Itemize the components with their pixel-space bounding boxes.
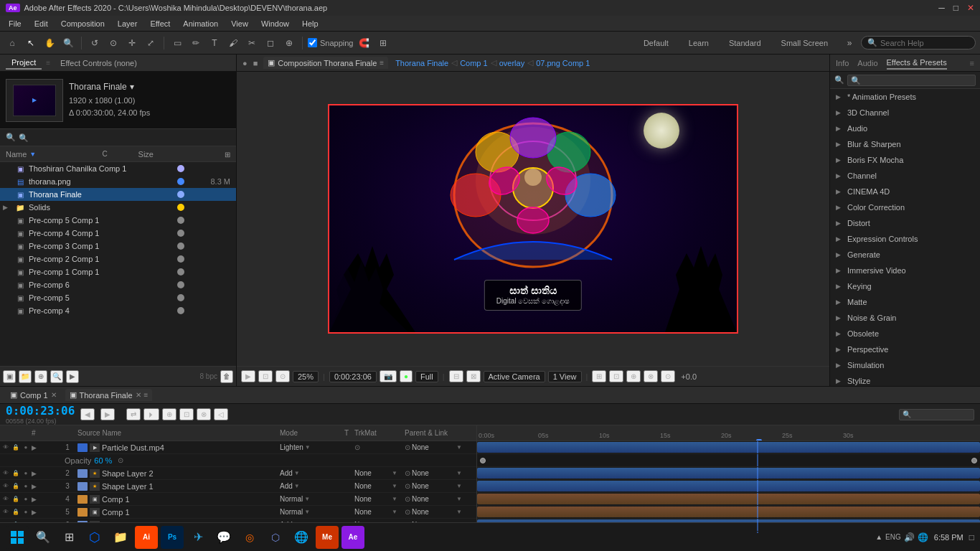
layer-3-mode-arrow[interactable]: ▼ <box>294 483 300 489</box>
menu-file[interactable]: File <box>3 18 27 29</box>
menu-layer[interactable]: Layer <box>112 18 143 29</box>
taskbar-edge[interactable]: ⬡ <box>83 526 106 549</box>
effects-group-simulation[interactable]: ▶ Simulation <box>830 357 980 373</box>
layer-3-parent-val[interactable]: None <box>412 482 455 490</box>
menu-window[interactable]: Window <box>255 18 295 29</box>
project-item-precomp6[interactable]: ▣ Pre-comp 6 <box>0 278 236 291</box>
comp-ruler-btn[interactable]: ⊡ <box>609 370 623 382</box>
taskbar-telegram[interactable]: ✈ <box>187 526 209 549</box>
effects-group-immersive[interactable]: ▶ Immersive Video <box>830 263 980 278</box>
anchor-tool[interactable]: ✛ <box>124 35 140 51</box>
opacity-value[interactable]: 60 % <box>94 456 112 465</box>
home-tool[interactable]: ⌂ <box>4 35 20 51</box>
tl-next-frame[interactable]: ▶ <box>100 408 115 420</box>
tab-effect-controls[interactable]: Effect Controls (none) <box>55 57 143 69</box>
layer-5-parent-val[interactable]: None <box>412 508 455 516</box>
menu-composition[interactable]: Composition <box>55 18 110 29</box>
timeline-search-input[interactable] <box>913 410 971 419</box>
taskbar-app5[interactable]: ◎ <box>238 526 261 549</box>
close-button[interactable]: ✕ <box>967 3 974 13</box>
comp-views-select[interactable]: 1 View <box>548 371 582 382</box>
layer-row-2[interactable]: 👁 🔒 ● ▶ 2 ★ Shape Layer 2 Add ▼ <box>0 467 476 480</box>
taskbar-chrome[interactable]: 🌐 <box>290 526 313 549</box>
layer-expand[interactable]: ▶ <box>32 470 37 477</box>
effects-group-colorcorrection[interactable]: ▶ Color Correction <box>830 199 980 215</box>
effects-group-noise[interactable]: ▶ Noise & Grain <box>830 310 980 326</box>
comp-grid-btn[interactable]: ⊞ <box>592 370 606 382</box>
rect-tool[interactable]: ▭ <box>169 35 185 51</box>
layer-2-mode-val[interactable]: Add <box>280 469 293 477</box>
taskbar-app1[interactable]: Ai <box>135 526 158 549</box>
project-item-thorana-finale[interactable]: ▣ Thorana Finale <box>0 188 236 201</box>
layer-5-mode-arrow[interactable]: ▼ <box>304 509 310 515</box>
snapping-checkbox[interactable] <box>308 38 317 47</box>
tl-tool6[interactable]: ◁ <box>214 408 228 420</box>
project-item-thoshiran[interactable]: ▣ Thoshiran Chanilka Comp 1 <box>0 162 236 175</box>
tl-tool4[interactable]: ⊡ <box>179 408 194 420</box>
taskbar-taskview[interactable]: ⊞ <box>57 526 80 549</box>
effects-group-keying[interactable]: ▶ Keying <box>830 278 980 294</box>
effects-group-3dchannel[interactable]: ▶ 3D Channel <box>830 105 980 121</box>
comp-render-btn[interactable]: ⊙ <box>661 370 675 382</box>
tl-tool1[interactable]: ⇄ <box>126 408 141 420</box>
layer-lock-btn[interactable]: 🔒 <box>11 469 20 478</box>
layer-solo-btn[interactable]: ● <box>22 495 30 504</box>
layer-eye-btn[interactable]: 👁 <box>1 482 10 491</box>
timeline-tab-comp1[interactable]: ▣ Comp 1 ✕ <box>6 389 61 401</box>
effects-group-matte[interactable]: ▶ Matte <box>830 294 980 310</box>
effects-group-perspective[interactable]: ▶ Perspective <box>830 342 980 357</box>
taskbar-notification[interactable]: □ <box>969 532 974 542</box>
tl-tool5[interactable]: ⊗ <box>197 408 211 420</box>
magnet-tool[interactable]: 🧲 <box>357 35 372 51</box>
layer-4-mode-arrow[interactable]: ▼ <box>304 496 310 502</box>
breadcrumb-07png[interactable]: 07.png Comp 1 <box>536 59 590 67</box>
preview-play-btn[interactable]: ▶ <box>241 370 255 382</box>
layer-2-trik-val[interactable]: None <box>354 469 390 477</box>
effects-group-audio[interactable]: ▶ Audio <box>830 121 980 136</box>
breadcrumb-thorana-finale[interactable]: Thorana Finale <box>395 59 448 67</box>
effects-group-expression[interactable]: ▶ Expression Controls <box>830 231 980 247</box>
grid-tool[interactable]: ⊞ <box>375 35 391 51</box>
puppet-tool[interactable]: ⊕ <box>281 35 297 51</box>
search-help-box[interactable]: 🔍 <box>861 36 976 50</box>
menu-animation[interactable]: Animation <box>177 18 224 29</box>
timeline-tab-close[interactable]: ✕ <box>51 391 57 399</box>
layer-1-parent-val[interactable]: None <box>412 443 455 451</box>
menu-view[interactable]: View <box>225 18 254 29</box>
systray-up-icon[interactable]: ▲ <box>875 533 882 541</box>
minimize-button[interactable]: ─ <box>938 3 945 13</box>
layer-4-parent-val[interactable]: None <box>412 495 455 503</box>
taskbar-me[interactable]: Me <box>316 526 339 549</box>
snapping-control[interactable]: Snapping <box>308 38 354 47</box>
taskbar-ps[interactable]: Ps <box>161 526 184 549</box>
effects-group-stylize[interactable]: ▶ Stylize <box>830 373 980 386</box>
layer-5-parent-arrow[interactable]: ▼ <box>456 509 462 515</box>
comp-zoom-select[interactable]: 25% <box>293 371 319 382</box>
taskbar-explorer[interactable]: 📁 <box>109 526 132 549</box>
effects-group-animation-presets[interactable]: ▶ * Animation Presets <box>830 89 980 105</box>
comp-color-btn[interactable]: ● <box>400 370 413 382</box>
project-item-precomp5c1[interactable]: ▣ Pre-comp 5 Comp 1 <box>0 214 236 227</box>
preview-mode-btn[interactable]: ⊙ <box>275 370 290 382</box>
layer-eye-btn[interactable]: 👁 <box>1 508 10 517</box>
project-item-precomp4c1[interactable]: ▣ Pre-comp 4 Comp 1 <box>0 227 236 240</box>
workspace-small[interactable]: Small Screen <box>774 37 835 49</box>
project-item-precomp5[interactable]: ▣ Pre-comp 5 <box>0 291 236 304</box>
timeline-search[interactable]: 🔍 <box>899 409 974 420</box>
layer-lock-btn[interactable]: 🔒 <box>11 508 20 517</box>
comp-screen-btn[interactable]: ⊟ <box>449 370 463 382</box>
workspace-more[interactable]: » <box>841 35 858 51</box>
comp-3d-btn[interactable]: ⊗ <box>644 370 658 382</box>
layer-2-parent-val[interactable]: None <box>412 469 455 477</box>
tab-audio[interactable]: Audio <box>857 57 877 69</box>
layer-row-4[interactable]: 👁 🔒 ● ▶ 4 ▣ Comp 1 Normal ▼ No <box>0 493 476 506</box>
rotate-tool[interactable]: ↺ <box>87 35 103 51</box>
layer-row-5[interactable]: 👁 🔒 ● ▶ 5 ▣ Comp 1 Normal ▼ No <box>0 506 476 519</box>
text-tool[interactable]: T <box>207 35 222 51</box>
effects-group-generate[interactable]: ▶ Generate <box>830 247 980 263</box>
project-search-input[interactable] <box>19 133 230 142</box>
taskbar-search[interactable]: 🔍 <box>32 526 55 549</box>
delete-btn[interactable]: 🗑 <box>220 370 233 383</box>
comp-cam-btn[interactable]: 📷 <box>380 370 397 382</box>
layer-1-mode-val[interactable]: Lighten <box>280 443 303 451</box>
